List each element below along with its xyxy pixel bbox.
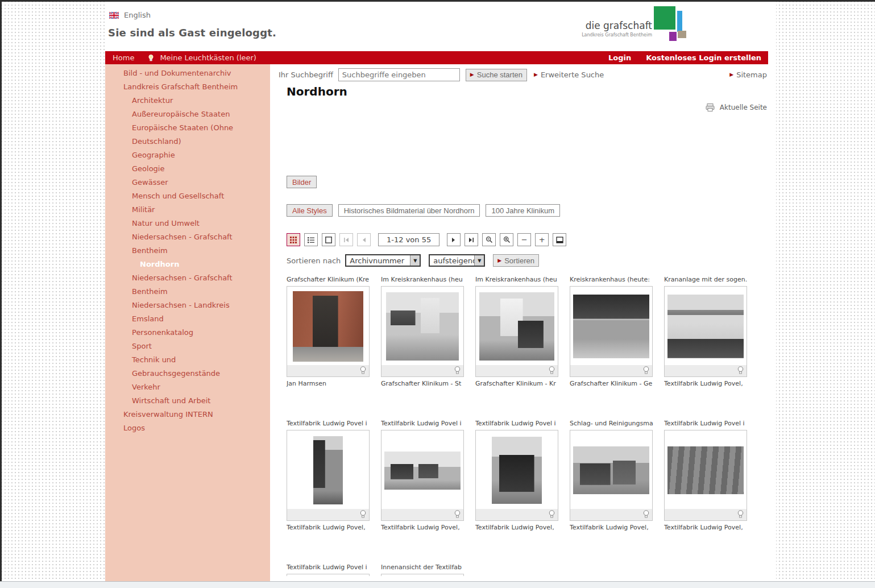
sidebar-item-geographie[interactable]: Geographie xyxy=(105,148,270,162)
sidebar-item-sport[interactable]: Sport xyxy=(105,339,270,353)
result-title[interactable]: Textilfabrik Ludwig Povel i xyxy=(287,564,372,573)
view-grid-button[interactable] xyxy=(287,233,300,246)
thumbnail-photo[interactable] xyxy=(667,295,744,358)
thumbnail-card[interactable] xyxy=(287,574,370,576)
sidebar-item-niedersachsen-landkreis-emsland[interactable]: Niedersachsen - Landkreis Emsland xyxy=(105,299,270,326)
add-to-lightbox-icon[interactable] xyxy=(454,510,461,519)
result-subtitle[interactable]: Grafschafter Klinikum - Ge xyxy=(570,380,655,389)
thumbnail-card[interactable] xyxy=(664,430,747,521)
result-subtitle[interactable]: Jan Harmsen xyxy=(287,380,372,389)
result-subtitle[interactable]: Textilfabrik Ludwig Povel, xyxy=(664,524,749,533)
result-title[interactable]: Kreiskrankenhaus (heute: xyxy=(570,276,655,285)
sort-field-select[interactable]: Archivnummer ▼ xyxy=(345,254,421,267)
add-to-lightbox-icon[interactable] xyxy=(642,510,650,519)
filter-historisches-bildmaterial[interactable]: Historisches Bildmaterial über Nordhorn xyxy=(338,204,480,217)
thumbnail-card[interactable] xyxy=(381,574,464,576)
result-title[interactable]: Textilfabrik Ludwig Povel i xyxy=(475,420,561,429)
sidebar-item-architektur[interactable]: Architektur xyxy=(105,94,270,107)
increase-size-button[interactable]: + xyxy=(535,233,549,246)
sitemap-link[interactable]: ▶ Sitemap xyxy=(729,71,767,79)
sidebar-item-mensch-und-gesellschaft[interactable]: Mensch und Gesellschaft xyxy=(105,189,270,203)
add-to-lightbox-icon[interactable] xyxy=(359,510,367,519)
zoom-in-button[interactable] xyxy=(500,233,513,246)
thumbnail-photo[interactable] xyxy=(492,437,542,504)
result-subtitle[interactable]: Grafschafter Klinikum - St xyxy=(381,380,466,389)
sidebar-item-gewaesser[interactable]: Gewässer xyxy=(105,176,270,189)
add-to-lightbox-icon[interactable] xyxy=(737,510,744,519)
result-title[interactable]: Grafschafter Klinikum (Kre xyxy=(287,276,372,285)
prev-page-button[interactable] xyxy=(357,233,371,246)
add-to-lightbox-icon[interactable] xyxy=(642,366,650,375)
sort-apply-button[interactable]: ▶ Sortieren xyxy=(493,254,539,267)
add-to-lightbox-icon[interactable] xyxy=(359,366,367,375)
sidebar-item-wirtschaft-und-arbeit[interactable]: Wirtschaft und Arbeit xyxy=(105,394,270,408)
add-to-lightbox-icon[interactable] xyxy=(548,510,555,519)
thumbnail-photo[interactable] xyxy=(479,292,554,361)
sidebar-item-personenkatalog[interactable]: Personenkatalog xyxy=(105,326,270,339)
sidebar-item-niedersachsen-grafschaft-bentheim-1[interactable]: Niedersachsen - Grafschaft Bentheim xyxy=(105,230,270,258)
search-start-button[interactable]: ▶ Suche starten xyxy=(466,69,527,81)
decrease-size-button[interactable]: − xyxy=(517,233,531,246)
sidebar-item-landkreis-grafschaft-bentheim[interactable]: Landkreis Grafschaft Bentheim xyxy=(105,80,270,94)
thumbnail-photo[interactable] xyxy=(386,292,459,361)
thumbnail-photo[interactable] xyxy=(573,295,649,358)
result-subtitle[interactable]: Textilfabrik Ludwig Povel, xyxy=(570,524,655,533)
thumbnail-card[interactable] xyxy=(287,286,370,377)
nav-register[interactable]: Kostenloses Login erstellen xyxy=(646,53,761,62)
thumbnail-photo[interactable] xyxy=(384,452,461,490)
result-title[interactable]: Textilfabrik Ludwig Povel i xyxy=(287,420,372,429)
result-subtitle[interactable]: Textilfabrik Ludwig Povel, xyxy=(287,524,372,533)
result-title[interactable]: Krananlage mit der sogen. xyxy=(664,276,749,285)
thumbnail-photo[interactable] xyxy=(293,291,363,362)
thumbnail-card[interactable] xyxy=(570,286,653,377)
result-title[interactable]: Innenansicht der Textilfab xyxy=(381,564,466,573)
result-subtitle[interactable]: Grafschafter Klinikum - Kr xyxy=(475,380,561,389)
nav-home[interactable]: Home xyxy=(113,53,134,62)
thumbnail-photo[interactable] xyxy=(313,436,343,504)
thumbnail-card[interactable] xyxy=(664,286,747,377)
thumbnail-card[interactable] xyxy=(475,430,558,521)
add-to-lightbox-icon[interactable] xyxy=(737,366,744,375)
thumbnail-photo[interactable] xyxy=(573,446,649,494)
sidebar-item-kreisverwaltung-intern[interactable]: Kreisverwaltung INTERN xyxy=(105,408,270,421)
sidebar-item-europaeische-staaten[interactable]: Europäische Staaten (Ohne Deutschland) xyxy=(105,121,270,148)
view-list-button[interactable] xyxy=(304,233,318,246)
sidebar-item-nordhorn[interactable]: Nordhorn xyxy=(105,258,270,271)
sidebar-item-aussereuropaeische-staaten[interactable]: Außereuropäische Staaten xyxy=(105,107,270,121)
bilder-tab-button[interactable]: Bilder xyxy=(287,176,317,188)
result-title[interactable]: Schlag- und Reinigungsma xyxy=(570,420,655,429)
advanced-search-link[interactable]: ▶ Erweiterte Suche xyxy=(534,71,604,79)
thumbnail-card[interactable] xyxy=(475,286,558,377)
add-to-lightbox-icon[interactable] xyxy=(454,366,461,375)
nav-login[interactable]: Login xyxy=(608,53,631,62)
thumbnail-photo[interactable] xyxy=(667,446,744,494)
result-title[interactable]: Im Kreiskrankenhaus (heu xyxy=(475,276,561,285)
result-title[interactable]: Textilfabrik Ludwig Povel i xyxy=(664,420,749,429)
nav-lightbox[interactable]: Meine Leuchtkästen (leer) xyxy=(160,53,256,62)
sidebar-item-bild-und-dokumentenarchiv[interactable]: Bild - und Dokumentenarchiv xyxy=(105,67,270,80)
first-page-button[interactable] xyxy=(339,233,353,246)
next-page-button[interactable] xyxy=(447,233,461,246)
result-title[interactable]: Im Kreiskrankenhaus (heu xyxy=(381,276,466,285)
print-current-page[interactable]: Aktuelle Seite xyxy=(706,103,767,111)
thumbnail-card[interactable] xyxy=(381,430,464,521)
sort-direction-select[interactable]: aufsteigend ▼ xyxy=(429,254,485,267)
sidebar-item-technik[interactable]: Technik und Gebrauchsgegenstände xyxy=(105,353,270,380)
result-subtitle[interactable]: Textilfabrik Ludwig Povel, xyxy=(381,524,466,533)
sidebar-item-logos[interactable]: Logos xyxy=(105,421,270,435)
zoom-out-button[interactable] xyxy=(482,233,496,246)
thumbnail-card[interactable] xyxy=(570,430,653,521)
last-page-button[interactable] xyxy=(465,233,478,246)
filter-alle-styles[interactable]: Alle Styles xyxy=(287,204,333,217)
result-subtitle[interactable]: Textilfabrik Ludwig Povel, xyxy=(664,380,749,389)
thumbnail-card[interactable] xyxy=(287,430,370,521)
language-label[interactable]: English xyxy=(124,11,151,19)
language-switch[interactable]: English xyxy=(109,11,151,19)
add-to-lightbox-icon[interactable] xyxy=(548,366,555,375)
sidebar-item-geologie[interactable]: Geologie xyxy=(105,162,270,176)
sidebar-item-militaer[interactable]: Militär xyxy=(105,203,270,217)
search-input[interactable] xyxy=(338,68,460,81)
sidebar-item-verkehr[interactable]: Verkehr xyxy=(105,380,270,394)
result-title[interactable]: Textilfabrik Ludwig Povel i xyxy=(381,420,466,429)
thumbnail-card[interactable] xyxy=(381,286,464,377)
